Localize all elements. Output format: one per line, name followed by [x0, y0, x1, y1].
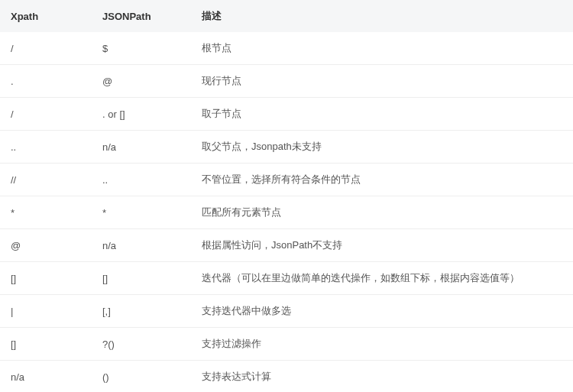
cell-xpath: /: [0, 32, 92, 65]
header-desc: 描述: [191, 0, 573, 32]
cell-xpath: @: [0, 229, 92, 262]
cell-jsonpath: n/a: [92, 229, 191, 262]
cell-desc: 支持表达式计算: [191, 361, 573, 393]
cell-desc: 支持过滤操作: [191, 328, 573, 361]
cell-jsonpath: ?(): [92, 328, 191, 361]
cell-jsonpath: ..: [92, 164, 191, 196]
table-row: **匹配所有元素节点: [0, 196, 573, 229]
cell-desc: 支持迭代器中做多选: [191, 295, 573, 328]
cell-jsonpath: n/a: [92, 131, 191, 164]
table-row: //..不管位置，选择所有符合条件的节点: [0, 164, 573, 196]
table-row: [][]迭代器（可以在里边做简单的迭代操作，如数组下标，根据内容选值等）: [0, 262, 573, 295]
xpath-jsonpath-comparison-table: Xpath JSONPath 描述 /$根节点 .@现行节点 /. or []取…: [0, 0, 573, 392]
cell-xpath: []: [0, 262, 92, 295]
table-row: .@现行节点: [0, 65, 573, 98]
cell-jsonpath: [,]: [92, 295, 191, 328]
cell-xpath: *: [0, 196, 92, 229]
cell-desc: 根节点: [191, 32, 573, 65]
cell-desc: 根据属性访问，JsonPath不支持: [191, 229, 573, 262]
cell-desc: 现行节点: [191, 65, 573, 98]
header-xpath: Xpath: [0, 0, 92, 32]
cell-desc: 匹配所有元素节点: [191, 196, 573, 229]
cell-xpath: n/a: [0, 361, 92, 393]
table-row: []?()支持过滤操作: [0, 328, 573, 361]
cell-jsonpath: []: [92, 262, 191, 295]
header-jsonpath: JSONPath: [92, 0, 191, 32]
table-row: @n/a根据属性访问，JsonPath不支持: [0, 229, 573, 262]
cell-jsonpath: (): [92, 361, 191, 393]
cell-jsonpath: *: [92, 196, 191, 229]
cell-desc: 取父节点，Jsonpath未支持: [191, 131, 573, 164]
table-row: |[,]支持迭代器中做多选: [0, 295, 573, 328]
cell-desc: 取子节点: [191, 98, 573, 131]
cell-xpath: []: [0, 328, 92, 361]
cell-xpath: ..: [0, 131, 92, 164]
table-header-row: Xpath JSONPath 描述: [0, 0, 573, 32]
cell-desc: 迭代器（可以在里边做简单的迭代操作，如数组下标，根据内容选值等）: [191, 262, 573, 295]
table-row: /. or []取子节点: [0, 98, 573, 131]
table-row: ..n/a取父节点，Jsonpath未支持: [0, 131, 573, 164]
cell-xpath: |: [0, 295, 92, 328]
cell-xpath: /: [0, 98, 92, 131]
cell-desc: 不管位置，选择所有符合条件的节点: [191, 164, 573, 196]
cell-xpath: //: [0, 164, 92, 196]
cell-jsonpath: . or []: [92, 98, 191, 131]
cell-xpath: .: [0, 65, 92, 98]
cell-jsonpath: @: [92, 65, 191, 98]
table-row: /$根节点: [0, 32, 573, 65]
cell-jsonpath: $: [92, 32, 191, 65]
table-row: n/a()支持表达式计算: [0, 361, 573, 393]
